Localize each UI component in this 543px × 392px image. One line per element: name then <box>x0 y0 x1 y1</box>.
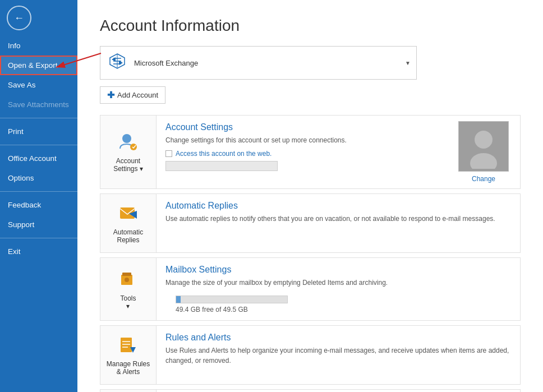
account-settings-icon-area[interactable]: AccountSettings ▾ <box>100 116 157 188</box>
sidebar-divider-4 <box>0 238 77 238</box>
svg-point-9 <box>475 131 493 149</box>
rules-alerts-content: Rules and Alerts Use Rules and Alerts to… <box>157 326 520 384</box>
plus-icon: ✚ <box>107 90 114 100</box>
mailbox-settings-card: Tools▾ Mailbox Settings Manage the size … <box>100 257 521 321</box>
sidebar-item-office-account[interactable]: Office Account <box>0 149 77 168</box>
rules-alerts-title[interactable]: Rules and Alerts <box>165 333 511 343</box>
main-content: Account Information Microsoft Exchange ▼… <box>77 0 543 392</box>
rules-alerts-icon-area[interactable]: Manage Rules& Alerts <box>100 326 157 384</box>
exchange-icon <box>106 50 128 72</box>
sidebar-item-exit[interactable]: Exit <box>0 242 77 261</box>
account-name: Microsoft Exchange <box>134 59 405 67</box>
rules-alerts-icon <box>117 334 140 357</box>
storage-bar-row: 49.4 GB free of 49.5 GB <box>165 292 511 313</box>
page-title: Account Information <box>100 17 521 35</box>
sidebar-item-options[interactable]: Options <box>0 168 77 188</box>
sidebar-item-open-export[interactable]: Open & Export <box>0 56 77 75</box>
profile-area: Change <box>447 116 520 188</box>
manage-addins-card: Manage Add-ins <box>100 389 521 392</box>
svg-rect-16 <box>121 338 132 352</box>
storage-text: 49.4 GB free of 49.5 GB <box>176 306 288 313</box>
storage-bar-container: 49.4 GB free of 49.5 GB <box>176 296 288 313</box>
tools-icon <box>117 269 140 291</box>
storage-bar-fill <box>176 296 181 303</box>
app-window: ← Info Open & Export Save As Save Attach… <box>0 0 543 392</box>
account-settings-title[interactable]: Account Settings <box>165 122 438 132</box>
automatic-replies-icon <box>117 202 140 225</box>
add-account-label: Add Account <box>117 91 158 99</box>
svg-point-6 <box>122 134 131 143</box>
svg-point-15 <box>125 278 129 282</box>
profile-change-link[interactable]: Change <box>472 175 495 183</box>
account-settings-card: AccountSettings ▾ Account Settings Chang… <box>100 115 521 189</box>
sidebar-divider-1 <box>0 118 77 118</box>
tools-icon-label: Tools▾ <box>120 294 136 310</box>
mailbox-settings-icon-area[interactable]: Tools▾ <box>100 258 157 320</box>
automatic-replies-title[interactable]: Automatic Replies <box>165 201 511 211</box>
sidebar-item-save-as[interactable]: Save As <box>0 75 77 95</box>
manage-addins-content: Manage Add-ins <box>157 390 520 392</box>
sidebar: ← Info Open & Export Save As Save Attach… <box>0 0 77 392</box>
automatic-replies-card: AutomaticReplies Automatic Replies Use a… <box>100 193 521 253</box>
svg-rect-14 <box>122 273 131 276</box>
mailbox-settings-desc: Manage the size of your mailbox by empty… <box>165 278 511 288</box>
sidebar-item-save-attachments[interactable]: Save Attachments <box>0 95 77 114</box>
svg-point-7 <box>130 144 137 150</box>
account-settings-desc: Change settings for this account or set … <box>165 135 438 145</box>
account-settings-icon-label: AccountSettings ▾ <box>113 157 143 173</box>
rules-alerts-desc: Use Rules and Alerts to help organize yo… <box>165 345 511 366</box>
automatic-replies-content: Automatic Replies Use automatic replies … <box>157 194 520 252</box>
sidebar-item-print[interactable]: Print <box>0 122 77 141</box>
access-web-input <box>165 161 278 171</box>
automatic-replies-icon-label: AutomaticReplies <box>113 228 143 244</box>
dropdown-arrow-icon: ▼ <box>405 60 411 66</box>
account-selector[interactable]: Microsoft Exchange ▼ <box>100 46 417 80</box>
account-settings-link-row: Access this account on the web. <box>165 150 438 158</box>
automatic-replies-desc: Use automatic replies to notify others t… <box>165 214 511 224</box>
manage-addins-icon-area[interactable] <box>100 390 157 392</box>
storage-bar-outer <box>176 296 288 303</box>
back-button[interactable]: ← <box>7 6 31 30</box>
sidebar-divider-3 <box>0 191 77 192</box>
mailbox-settings-content: Mailbox Settings Manage the size of your… <box>157 258 520 320</box>
sidebar-item-support[interactable]: Support <box>0 215 77 234</box>
access-web-link[interactable]: Access this account on the web. <box>176 150 272 158</box>
sidebar-item-feedback[interactable]: Feedback <box>0 195 77 215</box>
automatic-replies-icon-area[interactable]: AutomaticReplies <box>100 194 157 252</box>
account-settings-content: Account Settings Change settings for thi… <box>157 116 447 188</box>
storage-bullet <box>165 299 172 306</box>
rules-alerts-card: Manage Rules& Alerts Rules and Alerts Us… <box>100 325 521 385</box>
mailbox-settings-title[interactable]: Mailbox Settings <box>165 265 511 275</box>
add-account-button[interactable]: ✚ Add Account <box>100 86 165 104</box>
sidebar-divider-2 <box>0 145 77 145</box>
rules-alerts-icon-label: Manage Rules& Alerts <box>107 360 150 376</box>
profile-avatar <box>458 121 509 172</box>
account-settings-icon <box>117 131 140 154</box>
sidebar-item-info[interactable]: Info <box>0 36 77 56</box>
access-web-checkbox[interactable] <box>165 150 172 157</box>
